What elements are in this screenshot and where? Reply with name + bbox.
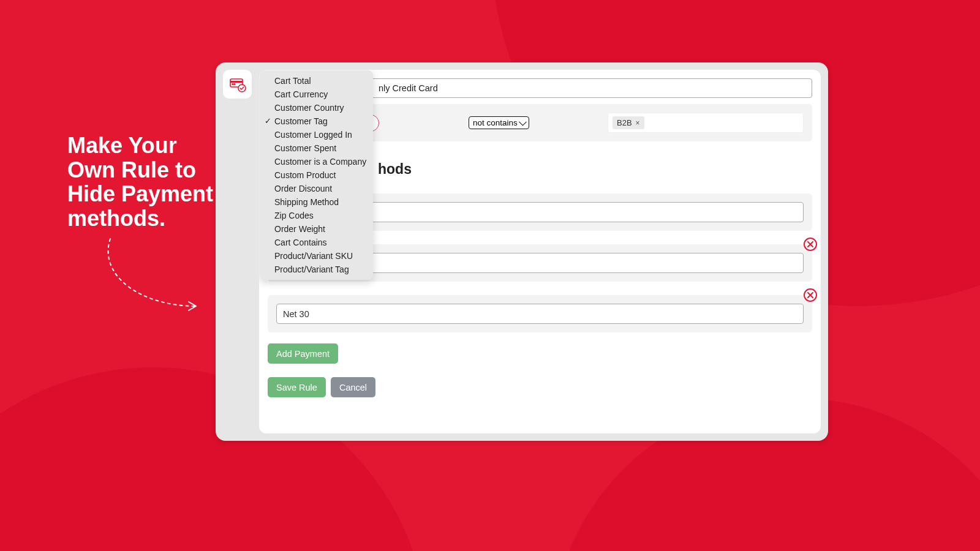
svg-point-3: [232, 83, 233, 84]
dropdown-item[interactable]: Customer Spent: [260, 141, 373, 155]
rule-panel: not contains B2B × hods: [259, 70, 821, 433]
cancel-button[interactable]: Cancel: [331, 377, 375, 397]
promo-headline: Make Your Own Rule to Hide Payment metho…: [67, 133, 227, 230]
close-icon: [807, 291, 814, 299]
app-logo[interactable]: [223, 70, 252, 99]
dropdown-item[interactable]: Customer is a Company: [260, 155, 373, 168]
dropdown-item[interactable]: Customer Country: [260, 101, 373, 114]
app-window: not contains B2B × hods: [216, 62, 828, 441]
add-payment-button[interactable]: Add Payment: [268, 343, 338, 364]
operator-select-wrap: not contains: [389, 116, 529, 129]
dropdown-item[interactable]: Product/Variant Tag: [260, 263, 373, 276]
arrow-icon: [104, 233, 208, 318]
tag-chip: B2B ×: [612, 116, 644, 129]
dropdown-item[interactable]: Order Weight: [260, 222, 373, 236]
svg-point-4: [233, 83, 235, 84]
tag-chip-label: B2B: [617, 118, 632, 127]
remove-payment-button[interactable]: [804, 238, 817, 251]
dropdown-item[interactable]: Customer Logged In: [260, 128, 373, 141]
sidebar: [223, 70, 252, 433]
dropdown-item[interactable]: Cart Contains: [260, 236, 373, 249]
dropdown-item[interactable]: Shipping Method: [260, 195, 373, 209]
dropdown-item[interactable]: Cart Total: [260, 74, 373, 88]
form-actions: Save Rule Cancel: [268, 377, 812, 397]
remove-payment-button[interactable]: [804, 288, 817, 302]
payment-method-block: [268, 295, 812, 332]
payment-method-input[interactable]: [276, 304, 804, 324]
svg-rect-1: [230, 81, 243, 83]
close-icon: [807, 241, 814, 248]
operator-select[interactable]: not contains: [469, 116, 529, 129]
condition-field-dropdown: Cart TotalCart CurrencyCustomer CountryC…: [260, 70, 373, 280]
tag-remove-icon[interactable]: ×: [636, 119, 640, 127]
dropdown-item[interactable]: Order Discount: [260, 182, 373, 195]
condition-value-box[interactable]: B2B ×: [608, 113, 804, 133]
dropdown-item[interactable]: Product/Variant SKU: [260, 249, 373, 263]
dropdown-item[interactable]: Zip Codes: [260, 209, 373, 222]
payment-rule-icon: [228, 75, 247, 94]
dropdown-item[interactable]: Cart Currency: [260, 88, 373, 101]
dropdown-item[interactable]: Customer Tag: [260, 114, 373, 128]
save-rule-button[interactable]: Save Rule: [268, 377, 326, 397]
dropdown-item[interactable]: Custom Product: [260, 168, 373, 182]
